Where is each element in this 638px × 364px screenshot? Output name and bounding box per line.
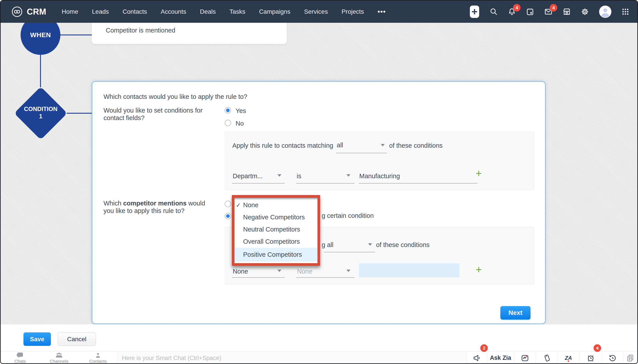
radio-yes-label: Yes	[236, 107, 246, 114]
match-type-underline	[336, 153, 387, 153]
radio-mentions-matching-condition[interactable]	[225, 213, 231, 219]
brand[interactable]: CRM	[11, 6, 46, 18]
match-suffix-text: of these conditions	[376, 241, 430, 248]
chevron-down-icon[interactable]	[368, 243, 372, 246]
settings-button[interactable]	[581, 8, 589, 16]
calendar-button[interactable]	[526, 8, 534, 16]
reminders-badge: 4	[593, 344, 601, 352]
radio-label-visible-fragment: g certain condition	[322, 212, 374, 219]
storefront-icon	[562, 8, 571, 16]
top-navigation-bar: CRM Home Leads Contacts Accounts Deals T…	[1, 1, 637, 23]
notifications-badge: 4	[513, 4, 520, 12]
operator-select-underline	[296, 183, 354, 184]
add-condition-button[interactable]: +	[476, 265, 482, 274]
smart-chat-input[interactable]: Here is your Smart Chat (Ctrl+Space)	[122, 355, 221, 362]
question-bold-part: competitor mentions	[123, 200, 187, 207]
mail-button[interactable]: 4	[544, 8, 553, 16]
operator-select-placeholder[interactable]: None	[297, 268, 312, 275]
ask-zia-button[interactable]: Ask Zia	[487, 352, 514, 364]
notes-button[interactable]	[623, 352, 637, 364]
bottom-action-band	[1, 324, 637, 352]
person-icon	[95, 352, 101, 358]
connector-when-condition	[40, 54, 41, 87]
stacked-notes-icon	[626, 354, 634, 362]
trigger-summary-text: Competitor is mentioned	[106, 27, 175, 34]
zia-icon: ZA	[564, 354, 573, 362]
match-type-underline	[324, 252, 375, 252]
tab-chats[interactable]: Chats	[1, 352, 40, 364]
field-select-underline	[232, 277, 285, 278]
user-avatar[interactable]	[599, 5, 612, 18]
chevron-down-icon[interactable]	[277, 174, 281, 177]
nav-item-home[interactable]: Home	[62, 8, 78, 15]
more-menu-icon[interactable]: •••	[378, 8, 386, 16]
tab-channels[interactable]: Channels	[40, 352, 79, 364]
chevron-down-icon[interactable]	[277, 270, 281, 272]
marketplace-button[interactable]	[562, 8, 571, 16]
chevron-down-icon[interactable]	[381, 144, 385, 146]
contact-conditions-box: Apply this rule to contacts matching all…	[225, 132, 534, 190]
match-suffix-text: of these conditions	[389, 142, 443, 149]
dropdown-option-positive[interactable]: Positive Competitors	[235, 248, 317, 262]
svg-text:ZA: ZA	[564, 355, 572, 361]
apps-grid-button[interactable]	[621, 8, 629, 16]
nav-item-leads[interactable]: Leads	[92, 8, 109, 15]
apps-grid-icon	[621, 8, 629, 16]
zia-voice-button[interactable]: ZA	[557, 352, 579, 364]
add-condition-button[interactable]: +	[476, 169, 482, 178]
history-icon	[608, 354, 617, 362]
announcements-button[interactable]	[466, 352, 487, 364]
reminders-button[interactable]	[579, 352, 602, 364]
notifications-button[interactable]: 4	[508, 8, 516, 16]
dropdown-option-negative[interactable]: Negative Competitors	[235, 211, 317, 223]
operator-select-value[interactable]: is	[297, 172, 301, 180]
match-type-select-value[interactable]: all	[337, 142, 343, 149]
nav-item-campaigns[interactable]: Campaigns	[259, 8, 290, 15]
recent-items-button[interactable]	[602, 352, 623, 364]
people-group-icon	[55, 352, 63, 358]
phone-icon	[543, 354, 551, 362]
avatar-icon	[599, 5, 612, 18]
question-contacts: Which contacts would you like to apply t…	[104, 93, 247, 100]
chevron-down-icon[interactable]	[346, 270, 350, 272]
radio-all-mentions[interactable]	[225, 200, 231, 207]
radio-no-label: No	[236, 120, 244, 127]
megaphone-icon	[473, 354, 481, 362]
plus-icon	[469, 5, 480, 18]
dropdown-option-none[interactable]: ✓ None	[235, 199, 317, 211]
match-prefix-text: Apply this rule to contacts matching	[232, 142, 333, 149]
chevron-down-icon[interactable]	[346, 174, 350, 177]
mobile-app-button[interactable]	[536, 352, 557, 364]
nav-item-services[interactable]: Services	[304, 8, 328, 15]
match-prefix-visible-fragment: g all	[322, 241, 333, 248]
operator-select-underline	[296, 277, 354, 278]
signals-button[interactable]	[514, 352, 536, 364]
brand-label: CRM	[27, 7, 46, 16]
smart-chat-bar: Chats Channels Contacts Here is your Sma…	[1, 352, 637, 364]
tab-contacts[interactable]: Contacts	[79, 352, 118, 364]
dropdown-option-overall[interactable]: Overall Competitors	[235, 236, 317, 248]
field-select-value[interactable]: Departm...	[233, 172, 263, 180]
save-button[interactable]: Save	[24, 332, 51, 346]
nav-item-tasks[interactable]: Tasks	[229, 8, 245, 15]
nav-item-accounts[interactable]: Accounts	[161, 8, 186, 15]
radio-no[interactable]	[225, 120, 231, 126]
field-select-value[interactable]: None	[233, 268, 248, 275]
annotation-red-box: ✓ None Negative Competitors Neutral Comp…	[232, 195, 320, 266]
nav-item-contacts[interactable]: Contacts	[123, 8, 147, 15]
value-input-highlighted[interactable]	[359, 264, 459, 277]
quick-create-button[interactable]	[469, 5, 480, 18]
question-set-conditions: Would you like to set conditions for con…	[104, 106, 208, 122]
radio-yes[interactable]	[225, 107, 231, 114]
nav-item-projects[interactable]: Projects	[342, 8, 364, 15]
check-icon: ✓	[236, 202, 241, 209]
connector-when-card	[60, 34, 92, 36]
cancel-button[interactable]: Cancel	[58, 332, 96, 346]
search-button[interactable]	[489, 8, 498, 16]
zoho-crm-workflow-screen: WHEN CONDITION 1 Competitor is mentioned…	[0, 0, 638, 364]
next-button[interactable]: Next	[500, 306, 530, 320]
value-input[interactable]: Manufacturing	[359, 172, 400, 180]
nav-item-deals[interactable]: Deals	[200, 8, 216, 15]
nav-utilities: 4 4	[469, 5, 629, 18]
dropdown-option-neutral[interactable]: Neutral Competitors	[235, 223, 317, 236]
